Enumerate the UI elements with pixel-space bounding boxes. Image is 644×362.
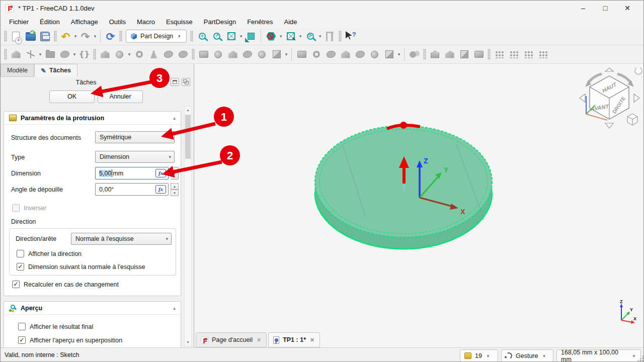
overlay-preview-checkbox[interactable]: ✓ (18, 336, 26, 344)
draw-style-icon[interactable] (264, 29, 278, 44)
close-tab-icon[interactable]: ✕ (309, 337, 315, 343)
close-button[interactable]: ✕ (616, 1, 638, 15)
angle-spinner[interactable]: ▴ ▾ (171, 183, 179, 196)
validate-sketch-icon[interactable] (132, 47, 146, 62)
collapse-icon[interactable]: ▴ (173, 305, 176, 311)
minimize-button[interactable]: – (572, 1, 594, 15)
float-window-icon[interactable] (182, 78, 190, 86)
ok-button[interactable]: OK (49, 90, 95, 103)
subtractive-primitive-icon[interactable] (382, 47, 396, 62)
shapebinder-icon[interactable] (161, 47, 176, 62)
thickness-icon[interactable] (471, 47, 486, 62)
create-body-icon[interactable] (9, 47, 23, 62)
tab-modele[interactable]: Modèle (1, 64, 34, 77)
chamfer-icon[interactable] (442, 47, 457, 62)
menu-fichier[interactable]: Fichier (4, 17, 34, 27)
tab-page-accueil[interactable]: Page d'accueil ✕ (196, 332, 267, 347)
sketch-dropdown-icon[interactable]: ▾ (127, 52, 132, 57)
navigation-cube[interactable]: HAUT AVANT DROITE (578, 68, 642, 131)
datum-dropdown-icon[interactable]: ▾ (38, 52, 43, 57)
dimension-input[interactable]: 5,00 mm fx (95, 167, 169, 179)
toolbar-handle[interactable] (93, 49, 96, 60)
multitransform-icon[interactable] (536, 47, 550, 62)
collapse-icon[interactable]: ▴ (173, 115, 176, 121)
refresh-icon[interactable]: ⟳ (103, 29, 118, 44)
draw-style-dropdown-icon[interactable]: ▾ (278, 34, 283, 39)
pad-icon[interactable] (196, 47, 211, 62)
toolbar-handle[interactable] (488, 49, 491, 60)
subtractive-primitive-dropdown-icon[interactable]: ▾ (396, 52, 401, 57)
menu-esquisse[interactable]: Esquisse (160, 17, 198, 27)
show-direction-row[interactable]: Afficher la direction (17, 250, 82, 257)
create-group-icon[interactable] (43, 47, 57, 62)
menu-macro[interactable]: Macro (131, 17, 160, 27)
additive-pipe-icon[interactable] (240, 47, 255, 62)
subshapebinder-icon[interactable] (176, 47, 190, 62)
dimension-history-dropdown[interactable]: ▾ (171, 167, 179, 179)
toolbar-handle[interactable] (190, 31, 193, 42)
navcube-right-arrow[interactable] (634, 94, 639, 102)
expression-fx-icon[interactable]: fx (155, 169, 166, 177)
scroll-down-icon[interactable]: ▼ (185, 339, 191, 346)
create-link-icon[interactable] (57, 47, 72, 62)
navcube-left-arrow[interactable] (580, 94, 585, 102)
cancel-button[interactable]: Annuler (98, 90, 143, 103)
close-tab-icon[interactable]: ✕ (256, 337, 262, 343)
title-bar[interactable]: * TP1 - FreeCAD 1.1.0dev – □ ✕ (1, 1, 643, 16)
undo-icon[interactable]: ↶ (58, 29, 73, 44)
rotate-view-dropdown-icon[interactable]: ▾ (317, 34, 323, 39)
body-icon[interactable] (98, 47, 112, 62)
pocket-icon[interactable] (294, 47, 309, 62)
update-view-row[interactable]: ✓ Recalculer en cas de changement (12, 281, 119, 288)
standard-views-dropdown-icon[interactable]: ▾ (238, 34, 244, 39)
navcube-mini-cube-icon[interactable] (627, 114, 637, 125)
toolbar-handle[interactable] (4, 31, 7, 42)
expression-fx-icon[interactable]: fx (155, 185, 166, 194)
structure-select[interactable]: Symétrique ▾ (95, 131, 175, 143)
navcube-down-arrow[interactable] (605, 123, 613, 128)
standard-views-icon[interactable] (224, 29, 238, 44)
menu-aide[interactable]: Aide (278, 17, 302, 27)
polar-pattern-icon[interactable] (521, 47, 536, 62)
subtractive-loft-icon[interactable] (338, 47, 353, 62)
scroll-up-icon[interactable]: ▲ (185, 107, 191, 114)
additive-primitive-icon[interactable] (269, 47, 284, 62)
additive-helix-icon[interactable] (255, 47, 269, 62)
measure-icon[interactable] (323, 29, 337, 44)
navigation-style-dropdown[interactable]: Gesture ▾ (501, 349, 553, 362)
workbench-selector[interactable]: Part Design ▾ (126, 30, 187, 43)
new-file-icon[interactable] (9, 29, 23, 44)
protrusion-group-header[interactable]: Paramètres de la protrusion ▴ (4, 112, 181, 125)
rotate-view-icon[interactable]: ⟳ (303, 29, 317, 44)
additive-loft-icon[interactable] (225, 47, 240, 62)
view-cube-dropdown-icon[interactable]: ▾ (298, 34, 303, 39)
type-select[interactable]: Dimension ▾ (95, 151, 175, 163)
angle-input[interactable]: 0,00° fx (95, 183, 169, 196)
toolbar-handle[interactable] (192, 49, 195, 60)
panel-scrollbar[interactable]: ▲ ▼ (184, 106, 192, 346)
save-icon[interactable] (38, 29, 52, 44)
view-size-dropdown[interactable]: 168,05 mm x 100,00 mm ▾ (556, 349, 641, 362)
show-direction-checkbox[interactable] (17, 250, 24, 257)
link-dropdown-icon[interactable]: ▾ (72, 52, 77, 57)
menu-partdesign[interactable]: PartDesign (198, 17, 242, 27)
tab-tp1[interactable]: TP1 : 1* ✕ (268, 332, 320, 347)
maximize-button[interactable]: □ (594, 1, 616, 15)
toolbar-handle[interactable] (54, 31, 57, 42)
tab-taches[interactable]: ✎ Tâches (34, 64, 77, 77)
menu-affichage[interactable]: Affichage (65, 17, 104, 27)
hole-icon[interactable] (309, 47, 324, 62)
fit-selection-icon[interactable]: ↗ (209, 29, 224, 44)
direction-edge-select[interactable]: Normale à l'esquisse ▾ (71, 233, 172, 245)
along-normal-row[interactable]: ✓ Dimension suivant la normale à l'esqui… (17, 263, 145, 270)
toolbar-handle[interactable] (339, 31, 342, 42)
undo-dropdown-icon[interactable]: ▾ (73, 34, 78, 39)
toolbar-handle[interactable] (423, 49, 426, 60)
subtractive-helix-icon[interactable] (367, 47, 382, 62)
groove-icon[interactable] (324, 47, 338, 62)
toolbar-handle[interactable] (4, 49, 7, 60)
final-result-checkbox[interactable] (18, 323, 26, 330)
expressions-icon[interactable]: {} (77, 47, 92, 62)
boolean-icon[interactable] (407, 47, 422, 62)
menu-edition[interactable]: Édition (34, 17, 65, 27)
